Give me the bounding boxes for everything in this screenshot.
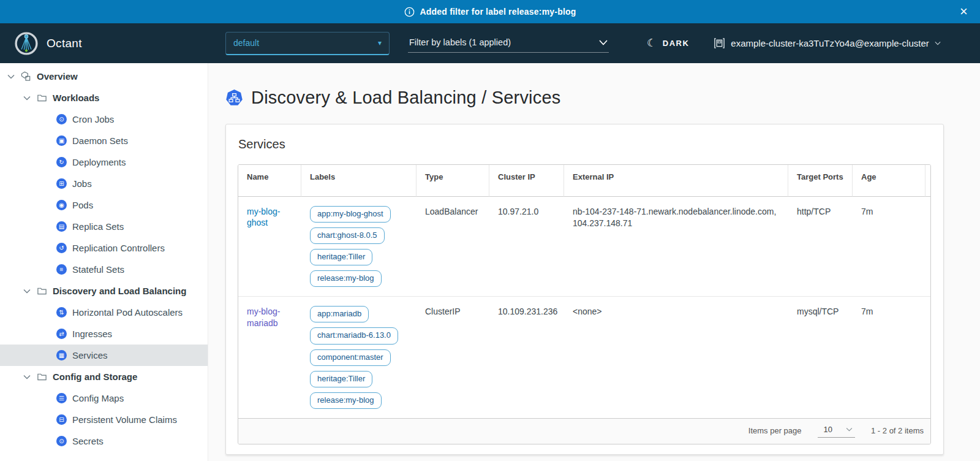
sidebar-item-daemon-sets[interactable]: ▣Daemon Sets xyxy=(0,130,208,151)
services-card: Services NameLabelsTypeCluster IPExterna… xyxy=(225,124,944,455)
items-per-page-select[interactable]: 10 xyxy=(818,424,855,438)
namespace-value: default xyxy=(233,38,259,48)
cron-jobs-icon: ⊙ xyxy=(56,114,67,124)
label-chip[interactable]: heritage:Tiller xyxy=(310,249,372,265)
context-selector[interactable]: example-cluster-ka3TuTzYo4a@example-clus… xyxy=(714,37,940,49)
chevron-down-icon[interactable] xyxy=(23,287,31,295)
age-cell: 7m xyxy=(853,197,925,297)
namespace-select[interactable]: default ▾ xyxy=(225,32,390,55)
sidebar-item-config-maps[interactable]: ☰Config Maps xyxy=(0,387,208,409)
sidebar-item-label: Secrets xyxy=(72,436,104,446)
sidebar-item-label: Services xyxy=(72,350,108,360)
sidebar-item-replica-sets[interactable]: ▤Replica Sets xyxy=(0,216,208,237)
target-ports-cell: mysql/TCP xyxy=(788,296,853,418)
sidebar-item-label: Deployments xyxy=(72,157,126,167)
jobs-icon: ⊞ xyxy=(56,178,67,189)
sidebar: OverviewWorkloads⊙Cron Jobs▣Daemon Sets↻… xyxy=(0,63,208,461)
sidebar-item-services[interactable]: ▦Services xyxy=(0,345,208,366)
table-row: my-blog-ghostapp:my-blog-ghostchart:ghos… xyxy=(238,197,931,297)
app-name: Octant xyxy=(47,37,82,50)
ingresses-icon: ⇄ xyxy=(56,329,67,339)
label-chip[interactable]: component:master xyxy=(310,349,391,366)
sidebar-item-label: Stateful Sets xyxy=(72,264,124,275)
info-banner: Added filter for label release:my-blog × xyxy=(0,0,980,23)
sidebar-item-label: Replica Sets xyxy=(72,221,124,232)
sidebar-item-persistent-volume-claims[interactable]: ⊟Persistent Volume Claims xyxy=(0,409,208,430)
theme-toggle[interactable]: ☾ DARK xyxy=(647,37,689,50)
column-header-labels: Labels xyxy=(301,165,417,197)
service-name-link[interactable]: my-blog-mariadb xyxy=(247,306,293,329)
sidebar-item-label: Config Maps xyxy=(72,393,124,403)
info-circle-icon xyxy=(404,7,415,17)
sidebar-item-label: Overview xyxy=(37,71,78,82)
column-header-age: Age xyxy=(853,165,925,197)
sidebar-item-label: Workloads xyxy=(53,93,99,103)
column-header-name: Name xyxy=(238,165,301,197)
stateful-sets-icon: ≡ xyxy=(56,264,67,275)
theme-toggle-label: DARK xyxy=(663,39,690,48)
stub-cell xyxy=(925,197,931,297)
sidebar-item-config-and-storage[interactable]: Config and Storage xyxy=(0,366,208,387)
items-per-page-value: 10 xyxy=(824,424,832,435)
replica-sets-icon: ▤ xyxy=(56,221,67,232)
chevron-down-icon[interactable] xyxy=(23,373,31,381)
chevron-down-icon[interactable] xyxy=(7,72,15,81)
page-title-text: Discovery & Load Balancing / Services xyxy=(251,88,560,108)
labels-cell: app:mariadbchart:mariadb-6.13.0component… xyxy=(301,296,417,418)
label-filter-text: Filter by labels (1 applied) xyxy=(409,37,511,47)
cluster-ip-cell: 10.109.231.236 xyxy=(489,296,564,418)
label-chip[interactable]: app:mariadb xyxy=(310,306,369,322)
external-ip-cell: <none> xyxy=(564,296,788,418)
stub-cell xyxy=(925,296,931,418)
folder-icon xyxy=(37,371,47,382)
chevron-down-icon[interactable] xyxy=(23,94,31,102)
sidebar-item-stateful-sets[interactable]: ≡Stateful Sets xyxy=(0,259,208,280)
cluster-icon xyxy=(714,37,725,49)
age-cell: 7m xyxy=(853,296,925,418)
sidebar-item-ingresses[interactable]: ⇄Ingresses xyxy=(0,323,208,345)
column-header-stub xyxy=(925,165,931,197)
card-title: Services xyxy=(238,137,931,151)
label-chip[interactable]: release:my-blog xyxy=(310,392,382,409)
label-chip[interactable]: heritage:Tiller xyxy=(310,371,372,387)
sidebar-item-jobs[interactable]: ⊞Jobs xyxy=(0,173,208,194)
app-header: Octant default ▾ Filter by labels (1 app… xyxy=(0,23,980,63)
label-chip[interactable]: chart:ghost-8.0.5 xyxy=(310,227,385,244)
sidebar-item-deployments[interactable]: ↻Deployments xyxy=(0,151,208,173)
label-chip[interactable]: release:my-blog xyxy=(310,270,382,287)
target-ports-cell: http/TCP xyxy=(788,197,853,297)
service-heptagon-icon xyxy=(225,89,243,107)
horizontal-pod-autoscalers-icon: ⇅ xyxy=(56,307,67,318)
sidebar-item-pods[interactable]: ◉Pods xyxy=(0,194,208,216)
replication-controllers-icon: ↺ xyxy=(56,243,67,253)
folder-icon xyxy=(37,286,47,296)
main-content: Discovery & Load Balancing / Services Se… xyxy=(208,63,980,461)
sidebar-item-label: Daemon Sets xyxy=(72,135,128,146)
column-header-target-ports: Target Ports xyxy=(788,165,853,197)
sidebar-item-discovery-and-load-balancing[interactable]: Discovery and Load Balancing xyxy=(0,280,208,302)
banner-message: Added filter for label release:my-blog xyxy=(420,7,576,17)
deployments-icon: ↻ xyxy=(56,157,67,167)
label-chip[interactable]: app:my-blog-ghost xyxy=(310,206,391,223)
sidebar-item-cron-jobs[interactable]: ⊙Cron Jobs xyxy=(0,109,208,130)
column-header-cluster-ip: Cluster IP xyxy=(489,165,564,197)
pods-icon: ◉ xyxy=(56,200,67,210)
sidebar-item-horizontal-pod-autoscalers[interactable]: ⇅Horizontal Pod Autoscalers xyxy=(0,302,208,323)
sidebar-item-replication-controllers[interactable]: ↺Replication Controllers xyxy=(0,237,208,259)
label-filter-select[interactable]: Filter by labels (1 applied) xyxy=(408,34,609,53)
chevron-down-icon xyxy=(599,40,608,45)
context-label: example-cluster-ka3TuTzYo4a@example-clus… xyxy=(731,38,929,48)
pagination-range: 1 - 2 of 2 items xyxy=(871,425,924,436)
close-icon[interactable]: × xyxy=(956,0,971,23)
sidebar-item-label: Pods xyxy=(72,200,93,210)
folder-icon xyxy=(37,93,47,103)
brand: Octant xyxy=(0,32,208,55)
overview-icon xyxy=(21,71,31,82)
label-chip[interactable]: chart:mariadb-6.13.0 xyxy=(310,327,398,344)
sidebar-item-secrets[interactable]: ⊙Secrets xyxy=(0,430,208,452)
service-name-link[interactable]: my-blog-ghost xyxy=(247,206,293,229)
type-cell: ClusterIP xyxy=(417,296,489,418)
sidebar-item-workloads[interactable]: Workloads xyxy=(0,87,208,109)
sidebar-item-label: Discovery and Load Balancing xyxy=(53,286,186,296)
sidebar-item-overview[interactable]: Overview xyxy=(0,66,208,87)
